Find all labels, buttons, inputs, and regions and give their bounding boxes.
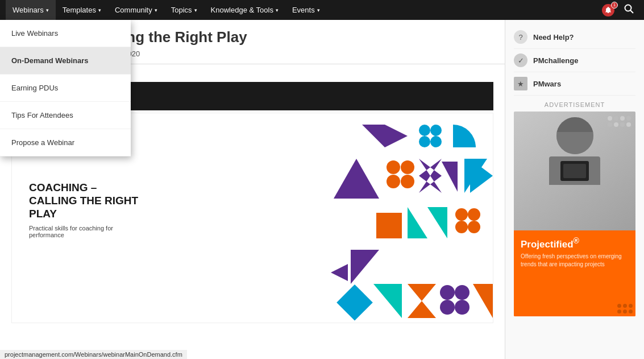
ad-brand: Projectified®: [521, 236, 629, 250]
dropdown-tips-attendees[interactable]: Tips For Attendees: [0, 102, 131, 129]
notification-badge: 1: [611, 2, 618, 9]
nav-webinars[interactable]: Webinars ▾: [6, 0, 56, 20]
nav-community[interactable]: Community ▾: [108, 0, 164, 20]
svg-marker-25: [408, 207, 427, 238]
svg-line-1: [630, 10, 633, 13]
svg-marker-14: [334, 159, 379, 199]
url-bar: projectmanagement.com/Webinars/webinarMa…: [0, 350, 187, 359]
svg-point-10: [430, 125, 442, 136]
search-icon: [624, 3, 634, 14]
svg-point-16: [401, 160, 414, 174]
nav-right-controls: 1: [597, 1, 638, 19]
svg-point-39: [455, 300, 470, 315]
nav-templates[interactable]: Templates ▾: [56, 0, 108, 20]
nav-knowledge[interactable]: Knowledge & Tools ▾: [204, 0, 285, 20]
svg-point-0: [625, 5, 631, 11]
check-icon: ✓: [514, 53, 527, 67]
advertisement-banner[interactable]: Projectified® Offering fresh perspective…: [514, 112, 635, 316]
svg-marker-13: [473, 125, 493, 147]
svg-point-37: [455, 285, 470, 300]
bell-icon: [604, 6, 612, 14]
chevron-down-icon: ▾: [276, 7, 279, 13]
svg-marker-35: [408, 284, 436, 318]
geometric-shapes: [248, 113, 493, 323]
svg-marker-7: [362, 125, 385, 147]
svg-point-29: [455, 221, 468, 233]
svg-point-17: [387, 175, 400, 188]
svg-point-11: [419, 136, 430, 147]
svg-marker-40: [473, 284, 493, 318]
chevron-down-icon: ▾: [155, 7, 157, 13]
advertisement-label: ADVERTISEMENT: [514, 101, 635, 108]
svg-marker-32: [331, 264, 348, 281]
ad-tagline: Offering fresh perspectives on emerging …: [521, 253, 629, 269]
dropdown-ondemand-webinars[interactable]: On-Demand Webinars: [0, 47, 131, 75]
webinars-dropdown: Live Webinars On-Demand Webinars Earning…: [0, 20, 131, 156]
ad-person-area: [514, 112, 635, 230]
notification-button[interactable]: 1: [597, 2, 619, 19]
chevron-down-icon: ▾: [317, 7, 320, 13]
svg-point-9: [419, 125, 430, 136]
svg-marker-8: [385, 125, 408, 147]
chevron-down-icon: ▾: [194, 7, 197, 13]
sidebar-pmchallenge-label: PMchallenge: [533, 56, 578, 65]
coaching-text-block: COACHING – CALLING THE RIGHT PLAY Practi…: [29, 181, 143, 238]
svg-point-12: [430, 136, 442, 147]
svg-rect-24: [376, 213, 402, 238]
coaching-subtitle: Practical skills for coaching for perfor…: [29, 225, 143, 238]
svg-marker-31: [351, 250, 379, 284]
chevron-down-icon: ▾: [46, 7, 49, 13]
svg-point-38: [440, 300, 455, 315]
sidebar-pmchallenge[interactable]: ✓ PMchallenge: [514, 49, 635, 72]
chevron-down-icon: ▾: [98, 7, 101, 13]
sidebar-pmwars[interactable]: ★ PMwars: [514, 72, 635, 96]
star-icon: ★: [514, 77, 527, 90]
nav-events[interactable]: Events ▾: [285, 0, 327, 20]
svg-marker-21: [442, 162, 458, 192]
ad-bottom: Projectified® Offering fresh perspective…: [514, 230, 635, 316]
dropdown-live-webinars[interactable]: Live Webinars: [0, 20, 131, 47]
svg-marker-34: [373, 284, 402, 318]
svg-point-28: [468, 208, 480, 221]
svg-marker-26: [427, 207, 447, 238]
sidebar-need-help[interactable]: ? Need Help?: [514, 26, 635, 49]
sidebar-need-help-label: Need Help?: [533, 33, 574, 42]
svg-point-15: [387, 160, 400, 174]
search-button[interactable]: [619, 1, 638, 19]
svg-point-27: [455, 208, 468, 221]
svg-point-18: [401, 175, 414, 188]
sidebar-pmwars-label: PMwars: [533, 80, 561, 88]
right-sidebar: ? Need Help? ✓ PMchallenge ★ PMwars ADVE…: [505, 20, 644, 359]
svg-point-30: [468, 221, 480, 233]
coaching-title: COACHING – CALLING THE RIGHT PLAY: [29, 181, 143, 220]
svg-point-36: [440, 285, 455, 300]
svg-marker-19: [419, 159, 442, 193]
dropdown-earning-pdus[interactable]: Earning PDUs: [0, 75, 131, 102]
nav-topics[interactable]: Topics ▾: [164, 0, 204, 20]
help-icon: ?: [514, 30, 527, 44]
svg-rect-33: [336, 284, 373, 321]
dropdown-propose-webinar[interactable]: Propose a Webinar: [0, 129, 131, 156]
navbar: Webinars ▾ Templates ▾ Community ▾ Topic…: [0, 0, 644, 20]
